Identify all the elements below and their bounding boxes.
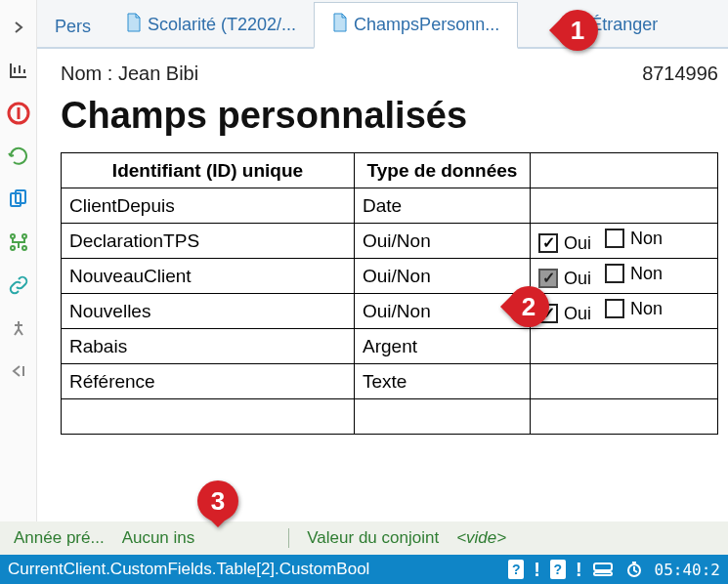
divider <box>288 528 289 548</box>
checkbox-non[interactable] <box>605 264 624 283</box>
cell-id[interactable]: DeclarationTPS <box>62 224 355 259</box>
annotation-callout-2: 2 <box>508 286 549 327</box>
stop-icon[interactable] <box>5 100 32 127</box>
cell-id[interactable]: NouveauClient <box>62 259 355 294</box>
tab-strip: Pers Scolarité (T2202/... ChampsPersonn.… <box>37 0 728 49</box>
tab-label: Étranger <box>590 15 658 35</box>
svg-point-6 <box>11 246 15 250</box>
table-row-empty <box>62 399 718 435</box>
timer-icon[interactable] <box>623 559 645 580</box>
expand-toggle-icon[interactable] <box>5 14 32 41</box>
cell-value <box>531 364 718 399</box>
cell-value <box>531 329 718 364</box>
cell-type <box>355 399 531 435</box>
cell-id[interactable]: Référence <box>62 364 355 399</box>
label-non: Non <box>630 264 663 284</box>
pin-icon[interactable] <box>5 314 32 342</box>
tab-pers[interactable]: Pers <box>37 7 108 47</box>
table-row: RéférenceTexte <box>62 364 718 399</box>
cell-type: Argent <box>355 329 531 364</box>
checkbox-oui[interactable] <box>538 269 558 288</box>
column-header-id: Identifiant (ID) unique <box>62 153 355 188</box>
checkbox-non[interactable] <box>605 229 624 248</box>
window-icon[interactable] <box>592 559 614 580</box>
footer-annee[interactable]: Année pré... <box>14 528 105 548</box>
main-content: Nom : Jean Bibi 8714996 Champs personnal… <box>37 49 728 521</box>
annotation-callout-3: 3 <box>197 480 238 521</box>
cell-id[interactable]: Rabais <box>62 329 355 364</box>
help-doc-icon[interactable]: ? <box>550 560 566 579</box>
warning-icon[interactable]: ! <box>534 559 540 581</box>
custom-fields-table: Identifiant (ID) unique Type de données … <box>61 152 718 435</box>
tree-icon[interactable] <box>5 229 32 256</box>
footer-conjoint[interactable]: Valeur du conjoint <box>307 528 439 548</box>
refresh-icon[interactable] <box>5 143 32 170</box>
cell-type: Texte <box>355 364 531 399</box>
label-oui: Oui <box>564 304 591 324</box>
cell-value: OuiNon <box>531 224 718 259</box>
svg-point-5 <box>22 234 26 238</box>
label-non: Non <box>630 229 663 249</box>
document-icon <box>332 13 348 37</box>
link-icon[interactable] <box>5 271 32 299</box>
help-doc-icon[interactable]: ? <box>508 560 524 579</box>
cell-value: OuiNon <box>531 294 718 329</box>
tab-scolarite[interactable]: Scolarité (T2202/... <box>108 3 314 47</box>
status-time: 05:40:2 <box>655 561 720 579</box>
label-non: Non <box>630 299 663 319</box>
checkbox-oui[interactable] <box>538 233 558 253</box>
tab-champs-personnalises[interactable]: ChampsPersonn... <box>314 2 518 49</box>
status-bar: CurrentClient.CustomFields.Table[2].Cust… <box>0 555 728 584</box>
collapse-icon[interactable] <box>5 357 32 385</box>
table-row: NouveauClientOui/NonOuiNon <box>62 259 718 294</box>
column-header-value <box>531 153 718 188</box>
chart-icon[interactable] <box>5 57 32 84</box>
status-path: CurrentClient.CustomFields.Table[2].Cust… <box>8 560 369 579</box>
copy-icon[interactable] <box>5 186 32 213</box>
svg-point-7 <box>22 246 26 250</box>
tab-label: Pers <box>55 17 91 37</box>
footer-links: Année pré... Aucun ins Valeur du conjoin… <box>0 521 728 555</box>
column-header-type: Type de données <box>355 153 531 188</box>
tab-label: ChampsPersonn... <box>354 15 499 35</box>
client-id: 8714996 <box>642 63 718 85</box>
table-row: ClientDepuisDate <box>62 188 718 224</box>
cell-type: Oui/Non <box>355 224 531 259</box>
label-oui: Oui <box>564 233 591 254</box>
cell-type: Date <box>355 188 531 224</box>
annotation-callout-1: 1 <box>557 10 598 51</box>
client-name: Nom : Jean Bibi <box>61 63 198 85</box>
table-row: DeclarationTPSOui/NonOuiNon <box>62 224 718 259</box>
cell-id[interactable] <box>62 399 355 435</box>
cell-id[interactable]: ClientDepuis <box>62 188 355 224</box>
svg-rect-8 <box>594 563 612 570</box>
footer-instalment[interactable]: Aucun ins <box>122 528 195 548</box>
checkbox-non[interactable] <box>605 299 624 318</box>
document-icon <box>126 13 142 37</box>
cell-value <box>531 399 718 435</box>
tab-label: Scolarité (T2202/... <box>148 15 296 35</box>
page-title: Champs personnalisés <box>61 95 718 137</box>
footer-vide[interactable]: <vide> <box>456 528 506 548</box>
label-oui: Oui <box>564 269 591 289</box>
warning-icon[interactable]: ! <box>576 559 582 581</box>
cell-id[interactable]: Nouvelles <box>62 294 355 329</box>
table-row: NouvellesOui/NonOuiNon <box>62 294 718 329</box>
cell-value: OuiNon <box>531 259 718 294</box>
cell-value <box>531 188 718 224</box>
left-toolbar <box>0 0 37 551</box>
table-row: RabaisArgent <box>62 329 718 364</box>
cell-type: Oui/Non <box>355 259 531 294</box>
svg-rect-9 <box>594 572 612 575</box>
svg-point-4 <box>11 234 15 238</box>
